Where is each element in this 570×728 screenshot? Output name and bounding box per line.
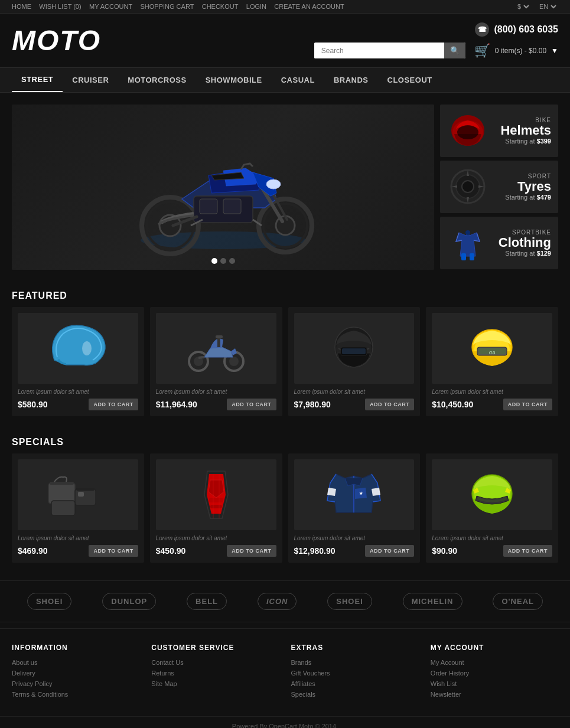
search-input[interactable] <box>314 43 444 58</box>
motorcycle-illustration <box>111 116 336 258</box>
search-button[interactable]: 🔍 <box>444 43 465 58</box>
footer-account[interactable]: My Account <box>431 659 558 666</box>
footer-wish-list[interactable]: Wish List <box>431 680 558 687</box>
tyre-card-text: SPORT Tyres Starting at $479 <box>494 173 551 201</box>
tyres-price: Starting at $479 <box>494 194 551 201</box>
footer-about-us[interactable]: About us <box>12 659 139 666</box>
nav-closeout[interactable]: CLOSEOUT <box>378 68 442 92</box>
brand-dunlop[interactable]: DUNLOP <box>102 593 156 610</box>
hero-card-helmets[interactable]: BIKE Helmets Starting at $399 <box>440 105 558 157</box>
brand-michelin[interactable]: MICHELIN <box>403 593 462 610</box>
phone-icon: ☎ <box>475 22 489 37</box>
footer-information: INFORMATION About us Delivery Privacy Po… <box>12 644 139 701</box>
nav-casual[interactable]: CASUAL <box>272 68 324 92</box>
footer-order-history[interactable]: Order History <box>431 670 558 677</box>
footer-my-account: MY ACCOUNT My Account Order History Wish… <box>431 644 558 701</box>
footer-contact[interactable]: Contact Us <box>151 659 279 666</box>
featured-product-3-desc: Lorem ipsum dolor sit amet <box>294 389 415 395</box>
svg-rect-28 <box>216 335 223 338</box>
hero-card-clothing[interactable]: SPORTBIKE Clothing Starting at $129 <box>440 217 558 269</box>
footer-affiliates[interactable]: Affiliates <box>291 680 419 687</box>
featured-product-3: Lorem ipsum dolor sit amet $7,980.90 ADD… <box>288 307 421 416</box>
special-product-2-image <box>156 459 276 530</box>
currency-select[interactable]: $ <box>515 2 531 11</box>
special-product-1-price: $469.90 <box>18 546 48 556</box>
footer-gift-vouchers[interactable]: Gift Vouchers <box>291 670 419 677</box>
svg-rect-45 <box>210 505 222 508</box>
special-product-3-desc: Lorem ipsum dolor sit amet <box>294 535 415 541</box>
brand-bell[interactable]: BELL <box>187 593 227 610</box>
footer-delivery[interactable]: Delivery <box>12 670 139 677</box>
svg-rect-44 <box>209 498 223 502</box>
footer-customer-service: CUSTOMER SERVICE Contact Us Returns Site… <box>151 644 279 701</box>
hero-section: BIKE Helmets Starting at $399 SPORT <box>0 93 570 282</box>
nav-wishlist[interactable]: WISH LIST (0) <box>39 3 81 10</box>
tyres-title: Tyres <box>494 179 551 194</box>
special-product-4: Lorem ipsum dolor sit amet $90.90 ADD TO… <box>426 453 558 563</box>
hero-dot-1[interactable] <box>211 258 217 264</box>
featured-product-4-add-to-cart[interactable]: ADD TO CART <box>503 399 552 410</box>
featured-product-4-image: G3 <box>432 313 552 384</box>
nav-register[interactable]: CREATE AN ACCOUNT <box>274 3 344 10</box>
nav-street[interactable]: STREET <box>12 68 63 92</box>
nav-login[interactable]: LOGIN <box>246 3 266 10</box>
svg-rect-32 <box>342 348 366 354</box>
footer-sitemap[interactable]: Site Map <box>151 680 279 687</box>
main-nav: STREET CRUISER MOTORCROSS SHOWMOBILE CAS… <box>0 67 570 93</box>
nav-brands[interactable]: BRANDS <box>324 68 378 92</box>
nav-home[interactable]: HOME <box>12 3 31 10</box>
nav-showmobile[interactable]: SHOWMOBILE <box>196 68 272 92</box>
special-product-3: ★ Lorem ipsum dolor sit amet $12,980.90 … <box>288 453 421 563</box>
cart-widget[interactable]: 🛒 0 item(s) - $0.00 ▼ <box>474 43 558 58</box>
special-product-3-footer: $12,980.90 ADD TO CART <box>294 545 415 557</box>
clothing-price: Starting at $129 <box>494 250 551 257</box>
svg-rect-41 <box>76 488 95 491</box>
special-product-1-add-to-cart[interactable]: ADD TO CART <box>89 545 138 557</box>
brand-shoei-1[interactable]: SHOEI <box>27 593 71 610</box>
footer-brands[interactable]: Brands <box>291 659 419 666</box>
footer-extras-title: EXTRAS <box>291 644 419 652</box>
special-product-2: Lorem ipsum dolor sit amet $450.90 ADD T… <box>150 453 282 563</box>
footer-privacy[interactable]: Privacy Policy <box>12 680 139 687</box>
footer-specials[interactable]: Specials <box>291 691 419 698</box>
nav-checkout[interactable]: CHECKOUT <box>202 3 239 10</box>
featured-product-1-price: $580.90 <box>18 400 48 409</box>
header-right: ☎ (800) 603 6035 🔍 🛒 0 item(s) - $0.00 ▼ <box>314 22 558 58</box>
hero-side-cards: BIKE Helmets Starting at $399 SPORT <box>440 105 558 270</box>
featured-product-3-add-to-cart[interactable]: ADD TO CART <box>365 399 414 410</box>
special-product-3-add-to-cart[interactable]: ADD TO CART <box>365 545 414 557</box>
svg-text:★: ★ <box>359 491 363 495</box>
brand-icon[interactable]: icon <box>258 593 297 610</box>
hero-dot-3[interactable] <box>229 258 235 264</box>
special-product-2-add-to-cart[interactable]: ADD TO CART <box>227 545 276 557</box>
language-select[interactable]: EN <box>537 2 558 11</box>
featured-product-2-image <box>156 313 276 384</box>
featured-product-1-add-to-cart[interactable]: ADD TO CART <box>89 399 138 410</box>
hero-card-tyres[interactable]: SPORT Tyres Starting at $479 <box>440 161 558 213</box>
svg-rect-27 <box>217 338 220 347</box>
hero-dot-2[interactable] <box>220 258 226 264</box>
svg-point-22 <box>82 341 92 355</box>
special-product-4-footer: $90.90 ADD TO CART <box>432 545 552 557</box>
helmets-title: Helmets <box>494 123 551 138</box>
footer-copyright: Powered By OpenCart Moto © 2014. <box>232 723 338 728</box>
brand-oneal[interactable]: O'NEAL <box>493 593 543 610</box>
featured-product-4-desc: Lorem ipsum dolor sit amet <box>432 389 552 395</box>
footer-newsletter[interactable]: Newsletter <box>431 691 558 698</box>
nav-cruiser[interactable]: CRUISER <box>63 68 118 92</box>
nav-myaccount[interactable]: MY ACCOUNT <box>89 3 132 10</box>
special-product-4-add-to-cart[interactable]: ADD TO CART <box>503 545 552 557</box>
footer-terms[interactable]: Terms & Conditions <box>12 691 139 698</box>
clothing-title: Clothing <box>494 236 551 250</box>
specials-products: Lorem ipsum dolor sit amet $469.90 ADD T… <box>0 453 570 574</box>
svg-rect-9 <box>223 199 241 214</box>
featured-product-2-price: $11,964.90 <box>156 400 197 409</box>
special-product-1-desc: Lorem ipsum dolor sit amet <box>18 535 138 541</box>
footer-returns[interactable]: Returns <box>151 670 279 677</box>
hero-slider-dots <box>211 258 235 264</box>
brand-shoei-2[interactable]: SHOEI <box>327 593 372 610</box>
nav-cart[interactable]: SHOPPING CART <box>140 3 194 10</box>
featured-product-2-add-to-cart[interactable]: ADD TO CART <box>227 399 276 410</box>
nav-motorcross[interactable]: MOTORCROSS <box>118 68 196 92</box>
featured-product-4-footer: $10,450.90 ADD TO CART <box>432 399 552 410</box>
